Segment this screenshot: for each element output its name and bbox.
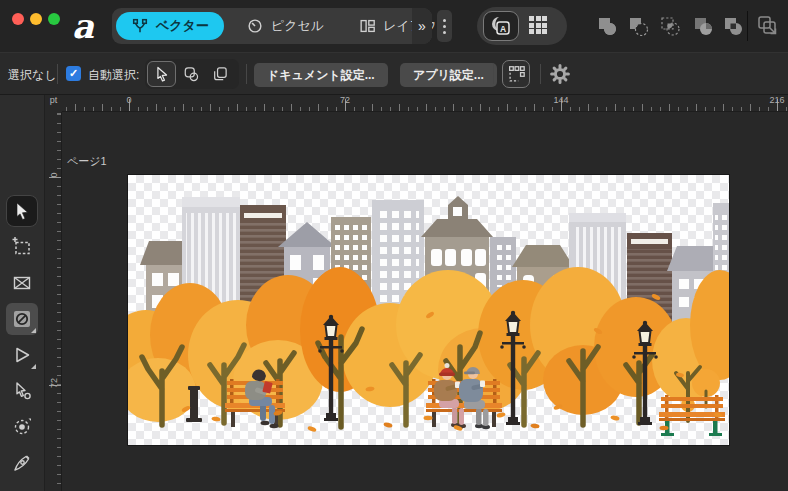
persona-overflow-button[interactable]: » <box>412 8 432 44</box>
tab-vector-persona[interactable]: ベクター <box>116 12 224 40</box>
picture-frame-tool-icon <box>11 272 33 294</box>
gear-icon <box>549 63 571 85</box>
point-transform-tool[interactable] <box>6 411 38 443</box>
object-select-icon <box>182 65 200 83</box>
ruler-tick-label: 216 <box>769 95 784 105</box>
toolbar-separator <box>747 11 748 41</box>
tools-panel: » ••• <box>0 95 45 491</box>
insert-target-button[interactable] <box>756 14 780 38</box>
boolean-add-button[interactable] <box>595 14 619 38</box>
boolean-divide-icon <box>691 14 715 38</box>
boolean-combine-icon <box>721 14 745 38</box>
affinity-logo: a <box>70 5 106 47</box>
canvas-pasteboard[interactable]: ページ1 <box>62 112 788 491</box>
grid-icon <box>529 16 534 21</box>
minimize-window-button[interactable] <box>30 13 42 25</box>
boolean-intersect-button[interactable] <box>658 14 682 38</box>
svg-text:a: a <box>72 6 95 46</box>
pixel-persona-icon <box>246 17 264 35</box>
check-icon: ✓ <box>69 67 78 80</box>
shape-tool[interactable] <box>6 339 38 371</box>
app-settings-button[interactable]: アプリ設定... <box>400 63 497 87</box>
zoom-window-button[interactable] <box>48 13 60 25</box>
preferences-gear-button[interactable] <box>549 63 571 85</box>
context-toolbar: 選択なし ✓ 自動選択: ドキュメント設 <box>0 52 788 95</box>
chevron-right-icon: » <box>418 18 426 34</box>
auto-select-checkbox[interactable]: ✓ <box>66 66 81 81</box>
tab-label: ベクター <box>156 17 209 35</box>
ruler-tick-label: 144 <box>553 95 568 105</box>
group-select-icon <box>211 65 229 83</box>
boolean-subtract-button[interactable] <box>626 14 650 38</box>
studio-toggle-group: A <box>477 7 567 45</box>
svg-text:A: A <box>500 24 506 34</box>
studio-grid-button[interactable] <box>529 16 549 36</box>
close-window-button[interactable] <box>12 13 24 25</box>
horizontal-ruler[interactable]: 0 72 144 216 <box>62 95 788 112</box>
pen-tool[interactable] <box>6 447 38 479</box>
place-image-tool[interactable] <box>6 303 38 335</box>
document-page[interactable] <box>128 175 729 445</box>
main-toolbar: a ベクター ピクセル <box>0 0 788 52</box>
contrast-a-icon: A <box>490 15 512 37</box>
pen-tool-icon <box>11 452 33 474</box>
boolean-add-icon <box>595 14 619 38</box>
shape-tool-icon <box>11 344 33 366</box>
ruler-unit[interactable]: pt <box>45 95 62 112</box>
toggle-ui-mode-button[interactable]: A <box>483 11 519 41</box>
place-image-tool-icon <box>11 308 33 330</box>
move-tool-icon <box>11 200 33 222</box>
boolean-intersect-icon <box>658 14 682 38</box>
toolbar-menu-button[interactable] <box>437 10 452 42</box>
tab-pixel-persona[interactable]: ピクセル <box>232 8 338 44</box>
snapping-button[interactable] <box>502 60 530 88</box>
ruler-tick-label: 72 <box>49 375 59 392</box>
snapping-grid-icon <box>506 64 526 84</box>
ruler-tick-label: 72 <box>340 95 350 105</box>
ruler-tick-label: 0 <box>49 167 59 184</box>
vertical-ruler[interactable]: 0 72 <box>45 112 62 491</box>
selection-status: 選択なし <box>8 67 57 84</box>
select-mode-object-button[interactable] <box>176 61 205 87</box>
select-mode-cursor-button[interactable] <box>147 61 176 87</box>
picture-frame-tool[interactable] <box>6 267 38 299</box>
vertical-dots-icon <box>443 19 446 22</box>
cursor-icon <box>153 65 171 83</box>
pencil-tool[interactable] <box>6 483 38 491</box>
artboard-tool-icon <box>11 236 33 258</box>
node-tool[interactable] <box>6 375 38 407</box>
ruler-tick-label: 0 <box>126 95 131 105</box>
boolean-subtract-icon <box>626 14 650 38</box>
move-tool[interactable] <box>6 195 38 227</box>
auto-select-label: 自動選択: <box>88 67 139 84</box>
tab-label: ピクセル <box>271 17 324 35</box>
page-label[interactable]: ページ1 <box>67 154 107 169</box>
node-tool-icon <box>11 380 33 402</box>
layout-persona-icon <box>358 17 376 35</box>
boolean-combine-button[interactable] <box>721 14 745 38</box>
artboard-tool[interactable] <box>6 231 38 263</box>
select-mode-segmented-control <box>145 59 239 89</box>
persona-tabs: ベクター ピクセル レイアウト » <box>112 8 432 44</box>
insert-target-icon <box>756 14 780 38</box>
select-mode-group-button[interactable] <box>205 61 234 87</box>
boolean-divide-button[interactable] <box>691 14 715 38</box>
vector-persona-icon <box>131 17 149 35</box>
autumn-park-illustration <box>128 175 729 445</box>
document-settings-button[interactable]: ドキュメント設定... <box>254 63 388 87</box>
point-transform-tool-icon <box>11 416 33 438</box>
app-window: a ベクター ピクセル <box>0 0 788 491</box>
